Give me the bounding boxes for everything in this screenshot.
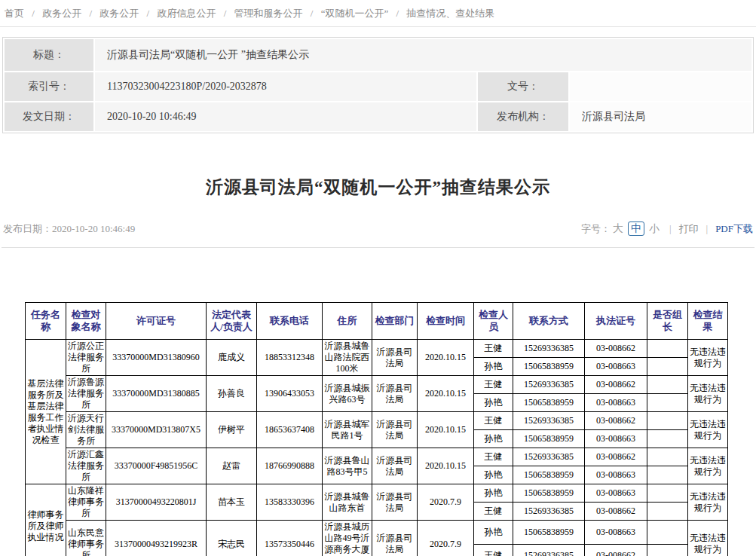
cell-cert-no: 03-008662 (585, 544, 647, 556)
cell-check-date: 2020.7.9 (418, 484, 474, 521)
font-size-medium-button[interactable]: 中 (628, 221, 644, 236)
cell-inspector-contact: 15065838959 (513, 394, 585, 412)
cell-inspector-name: 孙艳 (474, 484, 513, 503)
cell-inspector-contact: 15269336385 (513, 412, 585, 430)
breadcrumb-separator: / (32, 8, 35, 19)
font-size-small-button[interactable]: 小 (649, 222, 660, 236)
cell-cert-no: 03-008663 (585, 466, 647, 484)
font-size-label: 字号： (581, 222, 611, 236)
breadcrumb-item-zwgk-1[interactable]: 政务公开 (42, 8, 81, 19)
cell-legal-rep: 赵雷 (207, 448, 257, 484)
cell-is-leader (647, 394, 688, 412)
column-header-phone: 联系电话 (257, 303, 323, 340)
meta-publisher-value: 沂源县司法局 (570, 102, 751, 131)
cell-department: 沂源县司法局 (372, 448, 418, 484)
cell-legal-rep: 伊树平 (207, 412, 257, 448)
cell-is-leader (647, 544, 688, 556)
cell-phone: 13583330396 (257, 484, 323, 521)
results-table-wrap: 任务名称 检查对象名称 许可证号 法定代表人/负责人 联系电话 住所 检查部门 … (25, 302, 756, 556)
cell-inspector-contact: 15065838959 (513, 430, 585, 448)
breadcrumb-separator: / (311, 8, 314, 19)
table-row: 沂源鲁源法律服务所33370000MD31380885孙善良1390643305… (26, 376, 728, 394)
cell-inspector-name: 孙艳 (474, 430, 513, 448)
page-title: 沂源县司法局“双随机一公开”抽查结果公示 (8, 176, 748, 199)
breadcrumb-item-home[interactable]: 首页 (5, 8, 24, 19)
publish-bar: 发布日期：2020-10-20 10:46:49 字号： 大 中 小 | 打印 … (3, 221, 753, 236)
breadcrumb-item-mgmt-service[interactable]: 管理和服务公开 (234, 8, 303, 19)
column-header-target: 检查对象名称 (66, 303, 106, 340)
table-row: 律师事务所及律师执业情况山东隆祥律师事务所31370000493220801J苗… (26, 484, 728, 503)
publish-date: 发布日期：2020-10-20 10:46:49 (3, 222, 135, 236)
breadcrumb-separator: / (147, 8, 150, 19)
column-header-cert-no: 执法证号 (585, 303, 647, 340)
breadcrumb-item-zwgk-2[interactable]: 政务公开 (99, 8, 139, 19)
cell-is-leader (647, 521, 688, 545)
cell-target-name: 沂源公正法律服务所 (66, 340, 106, 376)
print-button[interactable]: 打印 (679, 222, 699, 236)
breadcrumb-item-info-disclosure[interactable]: 政府信息公开 (157, 8, 216, 19)
breadcrumb-item-current: 抽查情况、查处结果 (406, 8, 494, 19)
cell-phone: 13906433053 (257, 376, 323, 412)
breadcrumb-item-double-random[interactable]: “双随机一公开” (321, 8, 389, 19)
cell-department: 沂源县司法局 (372, 484, 418, 521)
cell-address: 沂源县鲁山路83号甲5 (323, 448, 372, 484)
cell-result: 无违法违规行为 (688, 376, 728, 412)
cell-inspector-contact: 15065838959 (513, 521, 585, 545)
cell-is-leader (647, 430, 688, 448)
cell-inspector-contact: 15269336385 (513, 340, 585, 358)
column-header-check-date: 检查时间 (418, 303, 474, 340)
cell-inspector-contact: 15269336385 (513, 376, 585, 394)
tools-separator: | (669, 223, 672, 235)
breadcrumb-separator: / (89, 8, 92, 19)
column-header-inspector: 检查人员 (474, 303, 513, 340)
cell-address: 沂源县城鲁山路东首 (323, 484, 372, 521)
cell-phone: 18766990888 (257, 448, 323, 484)
cell-inspector-contact: 15269336385 (513, 544, 585, 556)
content-divider (2, 247, 754, 248)
cell-department: 沂源县司法局 (372, 521, 418, 556)
results-table: 任务名称 检查对象名称 许可证号 法定代表人/负责人 联系电话 住所 检查部门 … (25, 302, 728, 556)
cell-address: 沂源县城军民路1号 (323, 412, 372, 448)
column-header-task: 任务名称 (26, 303, 66, 340)
table-row: 沂源汇鑫法律服务所33370000F49851956C赵雷18766990888… (26, 448, 728, 466)
cell-cert-no: 03-008662 (585, 412, 647, 430)
cell-cert-no: 03-008662 (585, 340, 647, 358)
cell-result: 无违法违规行为 (688, 412, 728, 448)
cell-check-date: 2020.10.15 (418, 448, 474, 484)
cell-check-date: 2020.10.15 (418, 340, 474, 376)
cell-cert-no: 03-008663 (585, 430, 647, 448)
breadcrumb-separator: / (396, 8, 399, 19)
cell-task-name: 律师事务所及律师执业情况 (26, 484, 66, 556)
cell-is-leader (647, 376, 688, 394)
cell-inspector-contact: 15065838959 (513, 358, 585, 376)
cell-result: 无违法违规行为 (688, 448, 728, 484)
cell-is-leader (647, 340, 688, 358)
publish-date-label: 发布日期： (3, 223, 52, 234)
cell-inspector-name: 王健 (474, 340, 513, 358)
cell-legal-rep: 鹿成义 (207, 340, 257, 376)
column-header-license: 许可证号 (106, 303, 207, 340)
cell-inspector-name: 王健 (474, 503, 513, 521)
column-header-contact: 联系方式 (513, 303, 585, 340)
font-size-large-button[interactable]: 大 (613, 222, 623, 236)
cell-check-date: 2020.7.9 (418, 521, 474, 556)
cell-target-name: 沂源鲁源法律服务所 (66, 376, 106, 412)
meta-issuedate-label: 发文日期： (5, 102, 93, 131)
cell-address: 沂源县城历山路49号沂源商务大厦B座16楼 (323, 521, 372, 556)
cell-inspector-name: 王健 (474, 412, 513, 430)
cell-inspector-name: 孙艳 (474, 521, 513, 545)
cell-inspector-contact: 15065838959 (513, 484, 585, 503)
cell-address: 沂源县城振兴路63号 (323, 376, 372, 412)
pdf-download-button[interactable]: PDF下载 (715, 222, 753, 236)
cell-target-name: 山东民意律师事务所 (66, 521, 106, 556)
table-row: 基层法律服务所及基层法律服务工作者执业情况检查沂源公正法律服务所33370000… (26, 340, 728, 358)
cell-inspector-name: 王健 (474, 544, 513, 556)
cell-inspector-contact: 15269336385 (513, 448, 585, 466)
cell-cert-no: 03-008662 (585, 376, 647, 394)
meta-index-value: 11370323004223180P/2020-2032878 (95, 72, 476, 101)
table-row: 山东民意律师事务所31370000493219923R宋志民1357335044… (26, 521, 728, 545)
meta-index-label: 索引号： (5, 72, 93, 101)
column-header-address: 住所 (323, 303, 372, 340)
cell-legal-rep: 苗本玉 (207, 484, 257, 521)
breadcrumb: 首页 / 政务公开 / 政务公开 / 政府信息公开 / 管理和服务公开 / “双… (0, 0, 756, 27)
